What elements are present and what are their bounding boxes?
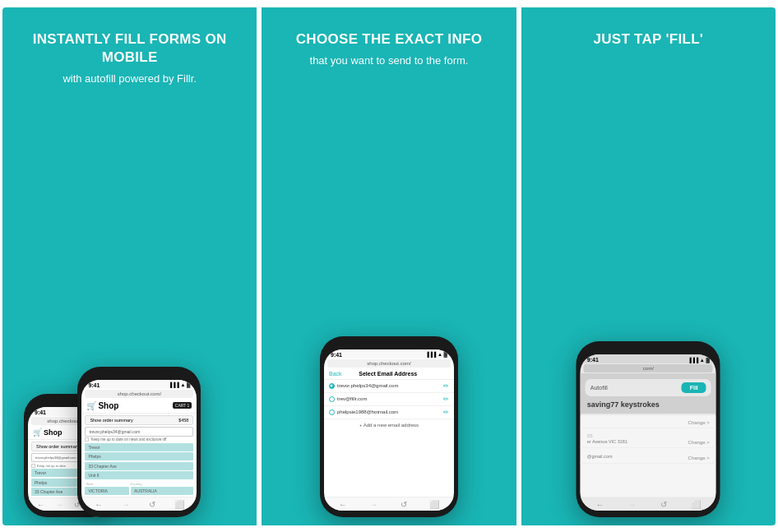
autofill-label-p3: Autofill: [590, 385, 608, 391]
phone-main: 9:41 ▐▐▐ ▲ ▓ shop.checkout.com/ 🛒 Shop C…: [77, 367, 201, 517]
panel1-phone-wrapper: 9:41 ▐▐▐ ▲ ▓ shop.checkout.com/ 🛒 Shop S…: [16, 103, 243, 509]
phone-screen-main: 9:41 ▐▐▐ ▲ ▓ shop.checkout.com/ 🛒 Shop C…: [81, 380, 197, 511]
panel1-title: INSTANTLY FILL FORMS ON MOBILE: [16, 30, 243, 67]
panel-choose-info: CHOOSE THE EXACT INFO that you want to s…: [262, 7, 516, 525]
change-value-2: er Avenue VIC 3181: [587, 438, 627, 445]
status-bar-p3: 9:41 ▐▐▐ ▲ ▓: [581, 354, 716, 363]
email-left-2: trev@fillr.com: [329, 396, 367, 402]
nav-fwd-main[interactable]: →: [122, 500, 130, 509]
panel3-phone-wrapper: 9:41 ▐▐▐ ▲ ▓ com/ Autofill Fill saving77…: [535, 70, 762, 509]
back-btn-p2[interactable]: Back: [329, 371, 342, 377]
email-text-3: phelpsie1988@hotmail.com: [337, 409, 398, 414]
nav-refresh-p3[interactable]: ↺: [660, 500, 667, 509]
cart-badge-main: CART 1: [173, 402, 192, 409]
field-addr1-main: 33 Chapter Ave: [85, 462, 193, 470]
url-bar-p3: com/: [584, 364, 713, 372]
status-time-small: 9:41: [35, 409, 46, 415]
select-header-p2: Back Select Email Address: [324, 368, 454, 380]
panel-tap-fill: JUST TAP 'FILL' 9:41 ▐▐▐ ▲ ▓ com/ Autofi…: [521, 7, 776, 525]
spacer-p3: [581, 464, 716, 497]
status-icons-p3: ▐▐▐ ▲ ▓: [688, 358, 709, 363]
phone-screen-p3: 9:41 ▐▐▐ ▲ ▓ com/ Autofill Fill saving77…: [581, 354, 716, 511]
grey-overlay-p3: Autofill Fill saving77 keystrokes: [581, 373, 716, 414]
spacer-p2: [324, 431, 454, 497]
status-icons-main: ▐▐▐ ▲ ▓: [169, 382, 190, 387]
change-link-2[interactable]: Change >: [688, 440, 710, 445]
panel-fill-forms: INSTANTLY FILL FORMS ON MOBILE with auto…: [2, 7, 257, 525]
field-first-main: Trevor: [85, 443, 193, 451]
order-price-main: $458: [178, 418, 188, 423]
select-title-p2: Select Email Address: [359, 371, 417, 377]
checkbox-icon-main: [85, 437, 89, 442]
email-option-2[interactable]: trev@fillr.com ✏: [324, 393, 454, 406]
keystroke-number: 77: [610, 400, 618, 409]
edit-icon-1[interactable]: ✏: [443, 382, 449, 390]
panel1-subtitle: with autofill powered by Fillr.: [63, 72, 197, 86]
shop-label-main: Shop: [98, 401, 118, 410]
nav-refresh-p2[interactable]: ↺: [401, 500, 407, 509]
keystroke-text-p3: saving77 keystrokes: [581, 399, 716, 410]
nav-fwd-p3[interactable]: →: [628, 500, 637, 509]
phone-notch-main: [109, 367, 170, 378]
nav-back-p3[interactable]: ←: [595, 500, 604, 509]
nav-share-main[interactable]: ⬜: [174, 500, 184, 509]
add-email-label: + Add a new email address: [359, 423, 419, 428]
change-row-1: Change >: [581, 415, 716, 428]
browser-nav-main[interactable]: ← → ↺ ⬜: [81, 497, 197, 511]
shop-title-small: 🛒 Shop: [33, 428, 63, 437]
status-time-p2: 9:41: [331, 352, 342, 358]
phone-screen-p2: 9:41 ▐▐▐ ▲ ▓ shop.checkout.com/ Back Sel…: [324, 349, 454, 511]
order-summary-label-small: Show order summary: [36, 444, 79, 449]
change-link-3[interactable]: Change >: [688, 456, 710, 460]
nav-share-p2[interactable]: ⬜: [429, 500, 439, 509]
email-left-1: trevor.phelps34@gmail.com: [329, 383, 398, 389]
email-text-2: trev@fillr.com: [337, 396, 367, 401]
autofill-bar-p3: Autofill Fill: [586, 379, 711, 396]
nav-share-p3[interactable]: ⬜: [691, 500, 701, 509]
nav-refresh-main[interactable]: ↺: [149, 500, 155, 509]
status-time-main: 9:41: [88, 382, 100, 388]
email-option-1[interactable]: trevor.phelps34@gmail.com ✏: [324, 380, 454, 393]
email-option-3[interactable]: phelpsie1988@hotmail.com ✏: [324, 406, 454, 419]
change-rows: Change > SS er Avenue VIC 3181 Change > …: [581, 415, 716, 464]
nav-back-small[interactable]: ←: [37, 501, 44, 509]
checkbox-icon-small: [31, 464, 35, 468]
order-summary-main[interactable]: Show order summary $458: [85, 415, 193, 425]
radio-3: [329, 409, 335, 415]
status-bar-main: 9:41 ▐▐▐ ▲ ▓: [81, 380, 197, 389]
status-bar-p2: 9:41 ▐▐▐ ▲ ▓: [324, 349, 454, 359]
url-bar-main: shop.checkout.com/: [85, 390, 193, 398]
change-link-1[interactable]: Change >: [688, 420, 710, 425]
nav-back-p2[interactable]: ←: [339, 500, 347, 509]
panel2-phone-wrapper: 9:41 ▐▐▐ ▲ ▓ shop.checkout.com/ Back Sel…: [275, 85, 502, 509]
field-addr2-main: Unit 6: [85, 471, 193, 479]
url-bar-p2: shop.checkout.com/: [327, 359, 451, 368]
fill-btn-p3[interactable]: Fill: [682, 382, 706, 393]
edit-icon-3[interactable]: ✏: [443, 409, 449, 416]
change-row-2: SS er Avenue VIC 3181 Change >: [581, 428, 716, 448]
add-email-btn[interactable]: + Add a new email address: [324, 419, 454, 431]
nav-fwd-small[interactable]: →: [56, 501, 63, 509]
email-field-main: trevor.phelps34@gmail.com: [85, 427, 193, 437]
browser-nav-p3[interactable]: ← → ↺ ⬜: [581, 497, 716, 511]
app-container: INSTANTLY FILL FORMS ON MOBILE with auto…: [2, 7, 776, 525]
status-icons-p2: ▐▐▐ ▲ ▓: [426, 352, 447, 357]
nav-back-main[interactable]: ←: [95, 500, 103, 509]
email-text-1: trevor.phelps34@gmail.com: [337, 383, 398, 388]
field-last-main: Phelps: [85, 452, 193, 460]
edit-icon-2[interactable]: ✏: [443, 396, 449, 403]
phone-panel3: 9:41 ▐▐▐ ▲ ▓ com/ Autofill Fill saving77…: [577, 341, 720, 517]
panel3-title: JUST TAP 'FILL': [593, 30, 703, 49]
shop-header-main: 🛒 Shop CART 1: [81, 399, 197, 414]
phone-panel2: 9:41 ▐▐▐ ▲ ▓ shop.checkout.com/ Back Sel…: [320, 336, 458, 517]
panel2-subtitle: that you want to send to the form.: [310, 53, 469, 68]
order-label-main: Show order summary: [90, 418, 132, 423]
change-row-3: @gmail.com Change >: [581, 448, 716, 463]
nav-fwd-p2[interactable]: →: [369, 500, 377, 509]
radio-selected-1: [329, 383, 335, 389]
field-country-main: AUSTRALIA: [131, 487, 193, 495]
panel2-title: CHOOSE THE EXACT INFO: [296, 30, 482, 49]
browser-nav-p2[interactable]: ← → ↺ ⬜: [324, 497, 454, 511]
shop-label-small: Shop: [44, 428, 63, 437]
phone-notch-p3: [613, 341, 685, 353]
